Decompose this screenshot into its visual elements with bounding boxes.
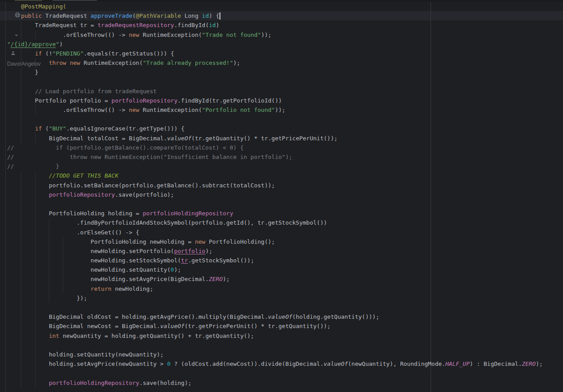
code-token: @PostMapping(	[21, 3, 66, 10]
code-token: BigDecimal newCost = BigDecimal.	[7, 323, 160, 329]
code-line[interactable]	[0, 303, 563, 312]
code-line[interactable]: newHolding.setStockSymbol(tr.getStockSym…	[0, 256, 563, 265]
code-token: portfolio.setBalance(portfolio.getBalanc…	[7, 182, 275, 189]
code-token: newHolding.setStockSymbol(	[7, 257, 181, 264]
code-token	[7, 12, 21, 19]
code-line[interactable]: if (!"PENDING".equals(tr.getStatus())) {	[0, 49, 563, 58]
editor-gutter[interactable]	[0, 0, 5, 392]
code-line[interactable]: holding.setQuantity(newQuantity);	[0, 350, 563, 359]
code-token: if	[35, 125, 42, 132]
code-token: );	[233, 59, 240, 66]
code-line[interactable]: .orElseThrow(() -> new RuntimeException(…	[0, 30, 563, 40]
code-area[interactable]: @PostMapping( "/{id}/approve") DavorAnge…	[0, 2, 563, 388]
code-line[interactable]: portfolioRepository.save(portfolio);	[0, 190, 563, 199]
code-line[interactable]	[0, 40, 563, 49]
code-line[interactable]: portfolio.setBalance(portfolio.getBalanc…	[0, 181, 563, 190]
code-line[interactable]: // throw new RuntimeException("Insuffici…	[0, 152, 563, 162]
code-token: .equalsIgnoreCase(tr.getType())) {	[66, 125, 184, 132]
code-line[interactable]	[0, 199, 563, 209]
code-token: )	[216, 22, 220, 28]
code-token: "	[7, 41, 11, 48]
code-token: RuntimeException(	[80, 59, 143, 66]
code-token	[7, 3, 21, 10]
code-line[interactable]: .orElseGet(() -> {	[0, 228, 563, 237]
code-token: portfolioHoldingRepository	[49, 380, 140, 386]
code-token: holding.setQuantity(newQuantity);	[7, 351, 164, 358]
code-token: .getStockSymbol());	[188, 257, 254, 264]
code-token: Portfolio portfolio =	[7, 97, 112, 104]
code-token: PortfolioHolding holding =	[7, 210, 143, 217]
code-token: );	[205, 248, 212, 254]
code-token: (	[42, 125, 49, 132]
code-token: .save(portfolio);	[115, 191, 174, 198]
code-token: int	[49, 333, 59, 339]
code-token	[7, 88, 35, 95]
code-token: ) {	[209, 12, 219, 19]
code-line[interactable]: // Load portfolio from tradeRequest	[0, 87, 563, 96]
code-line[interactable]: BigDecimal newCost = BigDecimal.valueOf(…	[0, 321, 563, 331]
code-token: .save(holding);	[139, 380, 191, 386]
code-token: (newQuantity), RoundingMode.	[348, 360, 445, 367]
code-line[interactable]: newHolding.setQuantity(0);	[0, 265, 563, 274]
code-token: ZERO	[522, 360, 535, 367]
code-line[interactable]: // }	[0, 162, 563, 171]
code-line[interactable]: // if (portfolio.getBalance().compareTo(…	[0, 143, 563, 152]
code-token: "Trade not found"	[202, 32, 261, 38]
code-token: BigDecimal totalCost = BigDecimal.	[7, 135, 167, 142]
code-token: ? (oldCost.add(newCost)).divide(BigDecim…	[171, 360, 323, 367]
code-line[interactable]: int newQuantity = holding.getQuantity() …	[0, 331, 563, 341]
code-token: .orElseGet(() -> {	[7, 229, 139, 236]
code-line[interactable]: Portfolio portfolio = portfolioRepositor…	[0, 96, 563, 105]
code-token: );	[174, 266, 181, 273]
code-line[interactable]: public TradeRequest approveTrade(@PathVa…	[0, 11, 563, 20]
code-line[interactable]: newHolding.setAvgPrice(BigDecimal.ZERO);	[0, 274, 563, 284]
code-token: new	[195, 238, 205, 245]
code-token	[7, 125, 35, 132]
code-token: (tr.getPricePerUnit() * tr.getQuantity()…	[184, 323, 331, 329]
code-line[interactable]	[0, 115, 563, 124]
code-line[interactable]: //TODO GET THIS BACK	[0, 171, 563, 180]
code-line[interactable]: return newHolding;	[0, 284, 563, 293]
code-line[interactable]: @PostMapping( "/{id}/approve") DavorAnge…	[0, 2, 563, 11]
code-line[interactable]: });	[0, 293, 563, 303]
code-token: .findByPortfolioIdAndStockSymbol(portfol…	[7, 219, 327, 226]
code-token: //TODO GET THIS BACK	[49, 172, 119, 179]
code-line[interactable]: TradeRequest tr = tradeRequestRepository…	[0, 20, 563, 30]
code-token: ZERO	[209, 276, 223, 282]
code-token	[7, 172, 49, 179]
code-line[interactable]: if ("BUY".equalsIgnoreCase(tr.getType())…	[0, 124, 563, 133]
code-token: // if (portfolio.getBalance().compareTo(…	[7, 144, 244, 151]
clipped-line-above	[0, 0, 563, 2]
code-token: newHolding.setAvgPrice(BigDecimal.	[7, 276, 209, 282]
code-token	[7, 285, 91, 292]
code-line[interactable]: BigDecimal totalCost = BigDecimal.valueO…	[0, 134, 563, 143]
code-token: valueOf	[160, 323, 184, 329]
code-token: holding.setAvgPrice(newQuantity >	[7, 360, 167, 367]
code-token: ) : BigDecimal.	[470, 360, 522, 367]
code-token: .orElseThrow(() ->	[7, 32, 129, 38]
code-line[interactable]: holding.setAvgPrice(newQuantity > 0 ? (o…	[0, 359, 563, 368]
code-token: /{id}/approve	[11, 41, 56, 48]
code-token: (tr.getQuantity() * tr.getPricePerUnit()…	[192, 135, 338, 142]
code-token: RuntimeException(	[139, 107, 202, 113]
code-line[interactable]: throw new RuntimeException("Trade alread…	[0, 58, 563, 67]
code-line[interactable]: newHolding.setPortfolio(portfolio);	[0, 246, 563, 256]
code-editor[interactable]: @PostMapping( "/{id}/approve") DavorAnge…	[0, 0, 563, 392]
code-line[interactable]: portfolioHoldingRepository.save(holding)…	[0, 378, 563, 388]
code-line[interactable]	[0, 77, 563, 87]
code-line[interactable]	[0, 368, 563, 378]
code-line[interactable]: PortfolioHolding holding = portfolioHold…	[0, 209, 563, 218]
code-token: tr	[181, 257, 188, 264]
code-line[interactable]: .findByPortfolioIdAndStockSymbol(portfol…	[0, 218, 563, 227]
code-token: // throw new RuntimeException("Insuffici…	[7, 154, 292, 160]
code-token: if	[35, 50, 42, 57]
code-token: new	[129, 107, 139, 113]
code-token: newQuantity = holding.getQuantity() + tr…	[59, 333, 254, 339]
code-line[interactable]: PortfolioHolding newHolding = new Portfo…	[0, 237, 563, 246]
code-line[interactable]	[0, 341, 563, 350]
code-line[interactable]: }	[0, 67, 563, 77]
code-token: (!	[42, 50, 52, 57]
code-line[interactable]: .orElseThrow(() -> new RuntimeException(…	[0, 105, 563, 115]
code-line[interactable]: BigDecimal oldCost = holding.getAvgPrice…	[0, 312, 563, 321]
code-token: Long	[181, 12, 202, 19]
